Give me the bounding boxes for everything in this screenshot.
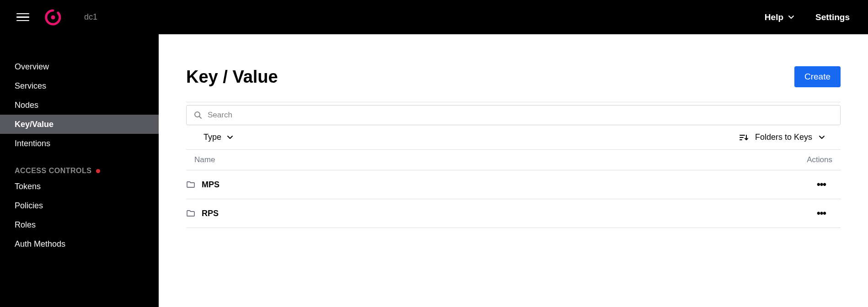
svg-point-3 bbox=[59, 18, 61, 20]
search-icon bbox=[194, 111, 202, 119]
sidebar-item-services[interactable]: Services bbox=[0, 76, 159, 95]
create-button[interactable]: Create bbox=[794, 66, 841, 87]
help-label: Help bbox=[765, 12, 783, 22]
svg-point-1 bbox=[58, 14, 59, 16]
row-actions-button[interactable]: ••• bbox=[819, 179, 837, 191]
help-menu[interactable]: Help bbox=[765, 12, 794, 22]
filter-row: Type Folders to Keys bbox=[186, 125, 841, 149]
row-actions-button[interactable]: ••• bbox=[819, 207, 837, 219]
search-input[interactable] bbox=[208, 111, 833, 120]
svg-point-0 bbox=[51, 15, 55, 19]
main-content: Key / Value Create Type bbox=[159, 34, 868, 307]
sidebar-item-policies[interactable]: Policies bbox=[0, 196, 159, 215]
datacenter-label[interactable]: dc1 bbox=[84, 12, 97, 22]
row-name: RPS bbox=[202, 209, 219, 218]
sidebar-item-label: Overview bbox=[15, 62, 49, 72]
sort-icon bbox=[739, 134, 749, 141]
sidebar-item-auth-methods[interactable]: Auth Methods bbox=[0, 234, 159, 254]
sidebar-item-label: Policies bbox=[15, 201, 43, 211]
sidebar-section-access-controls: ACCESS CONTROLS bbox=[0, 167, 159, 175]
sidebar-item-label: Tokens bbox=[15, 182, 41, 191]
column-name: Name bbox=[194, 155, 215, 164]
sidebar-item-intentions[interactable]: Intentions bbox=[0, 134, 159, 153]
top-bar: dc1 Help Settings bbox=[0, 0, 868, 34]
menu-toggle[interactable] bbox=[16, 11, 29, 24]
consul-logo bbox=[45, 9, 61, 26]
table-row[interactable]: MPS ••• bbox=[186, 170, 841, 199]
settings-link[interactable]: Settings bbox=[815, 12, 850, 22]
sidebar-item-label: Nodes bbox=[15, 101, 38, 110]
svg-point-4 bbox=[58, 21, 59, 22]
svg-point-2 bbox=[59, 16, 61, 18]
page-header: Key / Value Create bbox=[186, 66, 841, 87]
sidebar-item-roles[interactable]: Roles bbox=[0, 215, 159, 234]
more-icon: ••• bbox=[817, 179, 826, 191]
page-title: Key / Value bbox=[186, 67, 278, 87]
svg-line-6 bbox=[199, 116, 201, 118]
table-header: Name Actions bbox=[186, 149, 841, 170]
folder-icon bbox=[186, 180, 195, 189]
sidebar-item-label: Intentions bbox=[15, 139, 50, 148]
type-filter[interactable]: Type bbox=[204, 132, 233, 142]
search-box[interactable] bbox=[186, 105, 841, 125]
sort-label: Folders to Keys bbox=[755, 132, 812, 142]
type-filter-label: Type bbox=[204, 132, 221, 142]
sidebar-item-overview[interactable]: Overview bbox=[0, 57, 159, 76]
chevron-down-icon bbox=[819, 134, 825, 141]
folder-icon bbox=[186, 209, 195, 218]
column-actions: Actions bbox=[807, 155, 832, 164]
divider bbox=[186, 102, 841, 102]
status-dot-icon bbox=[96, 169, 100, 173]
sidebar: Overview Services Nodes Key/Value Intent… bbox=[0, 34, 159, 307]
sidebar-item-label: Services bbox=[15, 81, 46, 91]
chevron-down-icon bbox=[788, 14, 794, 21]
sidebar-item-tokens[interactable]: Tokens bbox=[0, 177, 159, 196]
table-row[interactable]: RPS ••• bbox=[186, 199, 841, 228]
sidebar-item-label: Key/Value bbox=[15, 120, 54, 129]
row-name: MPS bbox=[202, 180, 220, 190]
sidebar-section-label: ACCESS CONTROLS bbox=[15, 167, 91, 175]
sidebar-item-label: Auth Methods bbox=[15, 239, 65, 249]
sort-menu[interactable]: Folders to Keys bbox=[739, 132, 841, 142]
sidebar-item-nodes[interactable]: Nodes bbox=[0, 95, 159, 115]
sidebar-item-label: Roles bbox=[15, 220, 36, 230]
sidebar-item-key-value[interactable]: Key/Value bbox=[0, 115, 159, 134]
chevron-down-icon bbox=[227, 134, 233, 141]
more-icon: ••• bbox=[817, 207, 826, 219]
